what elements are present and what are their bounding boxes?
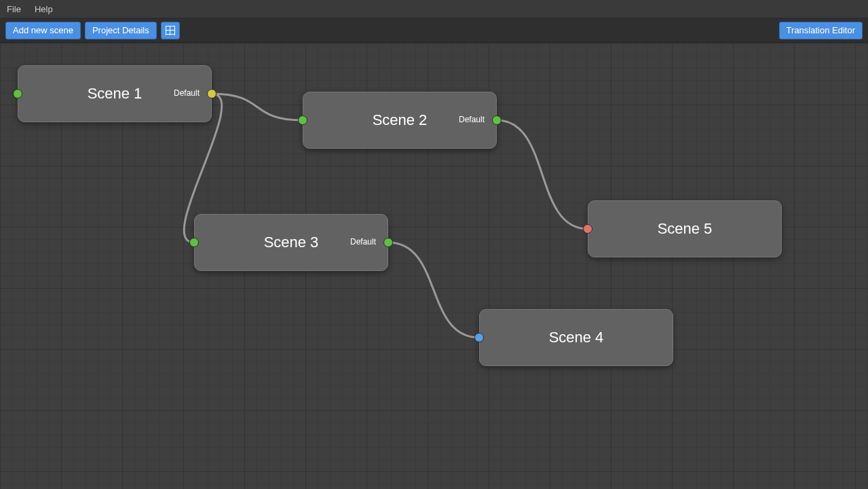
scene-node-scene1[interactable]: Scene 1	[18, 65, 212, 122]
menu-file[interactable]: File	[0, 0, 28, 18]
scene-node-scene4[interactable]: Scene 4	[479, 309, 673, 366]
input-port-scene3[interactable]	[189, 238, 199, 247]
scene-node-title: Scene 4	[549, 329, 604, 346]
menubar: File Help	[0, 0, 868, 18]
input-port-scene2[interactable]	[298, 115, 307, 125]
output-port-scene3[interactable]	[383, 238, 393, 247]
input-port-scene4[interactable]	[474, 333, 484, 342]
output-port-scene1[interactable]	[207, 89, 216, 98]
translation-editor-button[interactable]: Translation Editor	[779, 22, 863, 39]
project-details-button[interactable]: Project Details	[85, 22, 157, 39]
scene-node-scene3[interactable]: Scene 3	[194, 214, 388, 271]
input-port-scene1[interactable]	[13, 89, 22, 98]
scene-node-scene2[interactable]: Scene 2	[303, 92, 497, 149]
scene-node-title: Scene 3	[264, 234, 319, 251]
menu-help[interactable]: Help	[28, 0, 60, 18]
grid-icon	[166, 26, 175, 35]
grid-toggle-button[interactable]	[161, 22, 180, 39]
wire-scene1-scene2	[212, 94, 303, 120]
input-port-scene5[interactable]	[583, 224, 592, 234]
scene-node-title: Scene 2	[373, 111, 428, 129]
scene-node-title: Scene 1	[88, 85, 143, 103]
scene-node-scene5[interactable]: Scene 5	[588, 200, 782, 257]
add-new-scene-button[interactable]: Add new scene	[5, 22, 81, 39]
scene-node-title: Scene 5	[658, 220, 713, 238]
wire-scene2-scene5	[497, 120, 588, 229]
output-port-scene2[interactable]	[492, 115, 502, 125]
scene-graph-canvas[interactable]: Scene 1DefaultScene 2DefaultScene 3Defau…	[0, 43, 868, 489]
wire-scene3-scene4	[388, 242, 479, 338]
toolbar: Add new scene Project Details Translatio…	[0, 18, 868, 43]
